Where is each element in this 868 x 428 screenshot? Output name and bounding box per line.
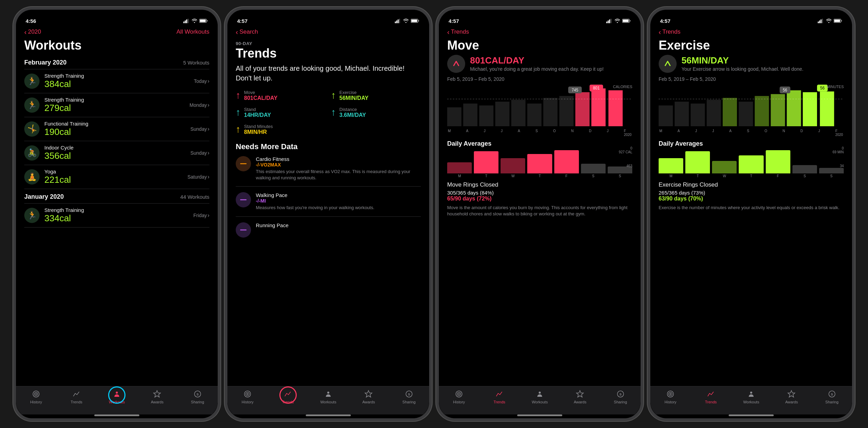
svg-rect-16 <box>398 19 399 23</box>
svg-rect-3 <box>188 19 189 23</box>
section-header-jan: January 2020 44 Workouts <box>24 189 209 204</box>
daily-avg-title: Daily Averages <box>659 140 844 147</box>
nav-back[interactable]: ‹ Search <box>236 28 258 35</box>
tab-bar: History Trends <box>650 386 852 414</box>
tab-sharing[interactable]: S Sharing <box>600 389 641 404</box>
status-icons <box>606 19 631 23</box>
move-header: 801CAL/DAY Michael, you're doing a great… <box>447 55 632 73</box>
nav-back-label[interactable]: Trends <box>662 28 680 35</box>
screen-content: Exercise 56MIN/DAY Your Exercise arrow i… <box>650 38 852 418</box>
tab-awards-label: Awards <box>151 400 163 404</box>
nav-back-label[interactable]: Trends <box>451 28 469 35</box>
tab-awards[interactable]: Awards <box>560 389 600 404</box>
scroll-area[interactable]: 90-DAY Trends All of your trends are loo… <box>227 38 429 386</box>
scroll-area[interactable]: Exercise 56MIN/DAY Your Exercise arrow i… <box>650 38 852 386</box>
trend-item-stand: ↑ Stand 14HR/DAY <box>236 107 326 118</box>
tab-history[interactable]: History <box>16 389 56 404</box>
notch <box>509 10 571 21</box>
daily-bar-chart: M T W T <box>447 150 632 178</box>
svg-rect-75 <box>739 102 753 126</box>
svg-rect-45 <box>543 98 557 126</box>
svg-point-89 <box>750 392 752 394</box>
nav-bar: ‹ Trends <box>439 27 641 38</box>
workout-row[interactable]: 🏃 Strength Training 279cal Monday › <box>24 93 209 117</box>
workout-row[interactable]: 🧘 Yoga 221cal Saturday › <box>24 165 209 189</box>
cardio-item-walking[interactable]: Walking Pace -/-MI Measures how fast you… <box>236 192 421 217</box>
cardio-running-label: Running Pace <box>256 222 288 228</box>
cardio-item-fitness[interactable]: Cardio Fitness -/-VO2MAX This estimates … <box>236 156 421 187</box>
bar-label: F <box>777 174 779 178</box>
rings-closed-sub: 63/90 days (70%) <box>659 196 844 202</box>
tab-awards-label: Awards <box>362 400 375 404</box>
workout-row[interactable]: 🏃 Strength Training 384cal Today › <box>24 69 209 93</box>
bar-col-t: T <box>685 150 710 178</box>
tab-trends[interactable]: Trends <box>691 389 731 404</box>
trend-item-distance: ↑ Distance 3.6MI/DAY <box>331 107 421 118</box>
section-count-jan: 44 Workouts <box>180 194 209 200</box>
workout-row[interactable]: 🏃 Strength Training 334cal Friday › <box>24 204 209 228</box>
bar-label: W <box>723 174 726 178</box>
awards-icon <box>152 389 162 399</box>
svg-rect-20 <box>411 20 417 22</box>
battery-icon <box>411 19 419 23</box>
history-icon <box>666 389 675 399</box>
awards-icon <box>364 389 373 399</box>
scroll-area[interactable]: Workouts February 2020 5 Workouts 🏃 Stre… <box>16 38 218 386</box>
scroll-area[interactable]: Move 801CAL/DAY Michael, you're doing a … <box>439 38 641 386</box>
tab-trends[interactable]: Trends <box>56 389 96 404</box>
workout-name: Functional Training <box>44 121 190 127</box>
tab-sharing[interactable]: S Sharing <box>177 389 218 404</box>
tab-workouts[interactable]: Workouts <box>520 389 560 404</box>
svg-rect-43 <box>511 100 526 126</box>
svg-rect-63 <box>819 20 820 23</box>
back-chevron-icon: ‹ <box>24 28 27 35</box>
svg-rect-76 <box>755 96 769 126</box>
tab-awards[interactable]: Awards <box>348 389 389 404</box>
tab-history[interactable]: History <box>439 389 479 404</box>
tab-history[interactable]: History <box>650 389 691 404</box>
nav-back[interactable]: ‹ Trends <box>659 28 680 35</box>
tab-trends[interactable]: Trends <box>268 389 308 404</box>
nav-back[interactable]: ‹ 2020 <box>24 28 41 35</box>
tab-bar: History Trends <box>439 386 641 414</box>
workouts-icon <box>746 389 756 399</box>
rings-closed-title: Move Rings Closed <box>447 181 632 188</box>
nav-back-label[interactable]: Search <box>240 28 258 35</box>
svg-rect-0 <box>183 22 184 23</box>
tab-sharing-label: Sharing <box>614 400 627 404</box>
daily-avg-max: 927 CAL <box>619 150 632 154</box>
tab-trends-label: Trends <box>494 400 505 404</box>
tab-awards[interactable]: Awards <box>137 389 177 404</box>
nav-back[interactable]: ‹ Trends <box>447 28 469 35</box>
phone-trends: 4:57 <box>225 7 432 421</box>
bar-label: F <box>565 174 567 178</box>
exercise-bar-chart: M T W T <box>659 150 844 178</box>
move-icon <box>447 55 465 73</box>
tab-history[interactable]: History <box>227 389 268 404</box>
workout-row[interactable]: 🚴 Indoor Cycle 356cal Sunday › <box>24 141 209 165</box>
workout-info: Indoor Cycle 356cal <box>44 145 190 161</box>
nav-action[interactable]: All Workouts <box>176 28 209 35</box>
tab-workouts[interactable]: Workouts <box>731 389 771 404</box>
tab-workouts[interactable]: Workouts <box>308 389 348 404</box>
cardio-item-running[interactable]: Running Pace <box>236 222 421 243</box>
tab-sharing[interactable]: S Sharing <box>812 389 852 404</box>
tab-awards[interactable]: Awards <box>771 389 811 404</box>
svg-rect-42 <box>495 102 510 126</box>
workout-name: Indoor Cycle <box>44 145 190 151</box>
bar-fill <box>447 162 472 173</box>
trend-value-stand: 14HR/DAY <box>244 112 271 118</box>
bar-label: S <box>804 174 806 178</box>
tab-sharing[interactable]: S Sharing <box>389 389 429 404</box>
exercise-main-value: 56MIN/DAY <box>682 55 804 66</box>
bar-col-t2: T <box>527 150 552 178</box>
workout-cal: 221cal <box>44 174 188 185</box>
nav-back-label[interactable]: 2020 <box>28 28 41 35</box>
svg-rect-74 <box>723 98 737 126</box>
cardio-walking-icon <box>236 192 251 207</box>
bar-fill <box>501 158 525 173</box>
tab-trends[interactable]: Trends <box>479 389 519 404</box>
workout-row[interactable]: 🤸 Functional Training 190cal Sunday › <box>24 117 209 141</box>
trend-value-distance: 3.6MI/DAY <box>339 112 366 118</box>
tab-workouts[interactable]: Workouts <box>97 389 137 404</box>
